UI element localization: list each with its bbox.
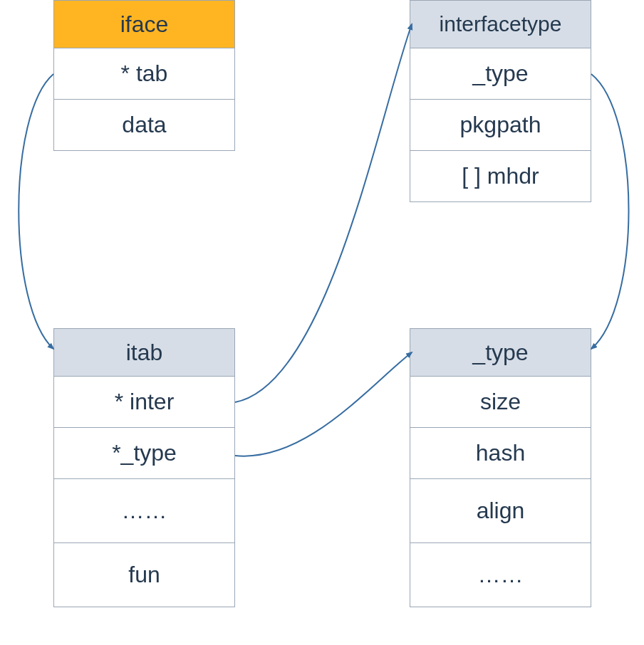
struct-itab-header: itab	[53, 328, 235, 377]
arrow-interfacetype-to-type	[591, 74, 629, 349]
arrow-type-to-type	[235, 352, 412, 456]
struct-type-field: hash	[410, 428, 591, 479]
struct-type-field: align	[410, 479, 591, 543]
struct-interfacetype-header: interfacetype	[410, 0, 591, 48]
struct-interfacetype-field: pkgpath	[410, 100, 591, 151]
arrow-inter-to-interfacetype	[235, 24, 412, 402]
struct-itab-field: fun	[53, 543, 235, 607]
struct-type: _type size hash align ……	[410, 328, 591, 607]
struct-iface-field: data	[53, 100, 235, 151]
struct-iface: iface * tab data	[53, 0, 235, 151]
struct-itab-field: ……	[53, 479, 235, 543]
struct-iface-header: iface	[53, 0, 235, 48]
struct-type-field: size	[410, 377, 591, 428]
diagram-canvas: iface * tab data interfacetype _type pkg…	[0, 0, 644, 645]
struct-itab-field: *_type	[53, 428, 235, 479]
struct-itab: itab * inter *_type …… fun	[53, 328, 235, 607]
struct-itab-field: * inter	[53, 377, 235, 428]
struct-type-field: ……	[410, 543, 591, 607]
struct-interfacetype-field: _type	[410, 48, 591, 100]
struct-iface-field: * tab	[53, 48, 235, 100]
arrow-tab-to-itab	[19, 74, 53, 349]
struct-interfacetype: interfacetype _type pkgpath [ ] mhdr	[410, 0, 591, 202]
struct-type-header: _type	[410, 328, 591, 377]
struct-interfacetype-field: [ ] mhdr	[410, 151, 591, 202]
